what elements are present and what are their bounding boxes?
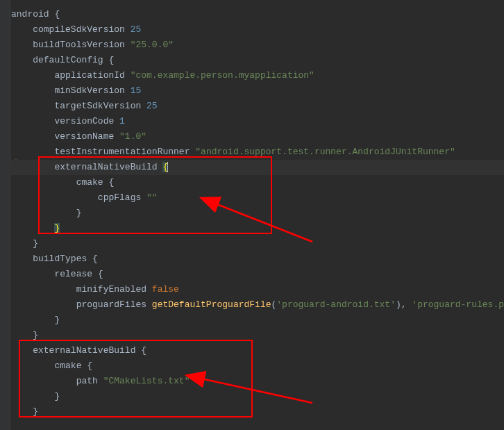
code-line: versionCode 1 [10, 114, 504, 129]
code-line: cmake { [10, 175, 504, 190]
editor-gutter [0, 0, 10, 430]
code-line: minSdkVersion 15 [10, 83, 504, 99]
code-line: cppFlags "" [10, 190, 504, 206]
code-line: } [10, 389, 504, 404]
code-line: android { [10, 7, 504, 22]
code-line: cmake { [10, 358, 504, 374]
code-line: path "CMakeLists.txt" [10, 374, 504, 389]
code-line: } [10, 313, 504, 328]
code-line: } [10, 206, 504, 221]
code-line: buildToolsVersion "25.0.0" [10, 38, 504, 53]
code-line: buildTypes { [10, 251, 504, 267]
code-line: externalNativeBuild { [10, 343, 504, 358]
code-line: } [10, 236, 504, 251]
code-line: externalNativeBuild { [10, 160, 504, 175]
code-line: } [10, 328, 504, 343]
code-editor[interactable]: android { compileSdkVersion 25 buildTool… [10, 0, 504, 420]
code-line: targetSdkVersion 25 [10, 99, 504, 114]
code-line: defaultConfig { [10, 53, 504, 68]
code-line: } [10, 221, 504, 236]
code-line: applicationId "com.example.person.myappl… [10, 68, 504, 83]
code-line: testInstrumentationRunner "android.suppo… [10, 144, 504, 160]
code-line: versionName "1.0" [10, 129, 504, 144]
code-line: release { [10, 267, 504, 282]
code-line: compileSdkVersion 25 [10, 22, 504, 38]
code-line: proguardFiles getDefaultProguardFile('pr… [10, 297, 504, 313]
code-line: } [10, 404, 504, 420]
code-line: minifyEnabled false [10, 282, 504, 297]
